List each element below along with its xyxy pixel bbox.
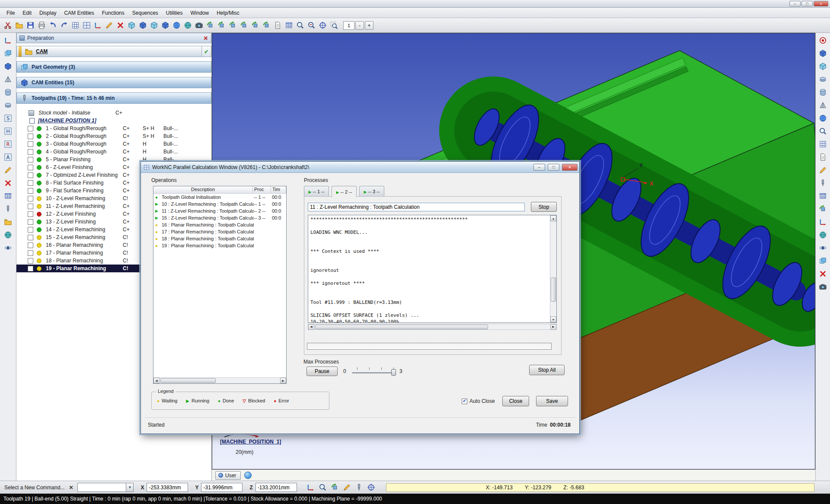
zoom-icon[interactable] xyxy=(295,20,305,31)
layers-icon[interactable] xyxy=(817,255,829,267)
cut-icon[interactable] xyxy=(3,20,13,31)
wcs-icon[interactable] xyxy=(2,35,14,46)
pyramid-icon[interactable] xyxy=(817,99,829,111)
snapshot-icon[interactable] xyxy=(194,20,204,31)
s-plane-icon[interactable] xyxy=(2,112,14,124)
operation-row[interactable]: 10 : Z-Level Remachining : Toolpath Calc… xyxy=(153,201,286,207)
toolpath-checkbox[interactable] xyxy=(28,204,33,209)
toolpath-checkbox[interactable] xyxy=(28,235,33,240)
toolpath-row[interactable]: 3 - Global Rough/Rerough C+ H Bull-... xyxy=(16,140,211,148)
menu-item[interactable]: Functions xyxy=(98,9,128,17)
toolpath-checkbox[interactable] xyxy=(28,196,33,201)
dialog-maximize-button[interactable]: □ xyxy=(548,164,559,171)
toolpath-row[interactable]: 2 - Global Rough/Rerough C+ S+ H Bull-..… xyxy=(16,132,211,140)
minimize-window-button[interactable]: – xyxy=(789,1,801,6)
zoom-dynamic-icon[interactable] xyxy=(227,20,238,31)
operations-hscrollbar[interactable]: ◀ ▶ xyxy=(153,377,286,383)
axes-icon[interactable] xyxy=(93,20,103,31)
toolpath-checkbox[interactable] xyxy=(28,149,33,155)
zoom-out-icon[interactable] xyxy=(306,20,316,31)
y-coord-field[interactable] xyxy=(201,483,243,492)
scroll-left-icon[interactable]: ◀ xyxy=(153,378,160,383)
render-icon[interactable] xyxy=(2,229,14,241)
maximize-window-button[interactable]: □ xyxy=(801,1,813,6)
list-icon[interactable] xyxy=(284,20,294,31)
simulate-icon[interactable] xyxy=(817,203,829,215)
tool-icon[interactable] xyxy=(817,177,829,189)
pan-view-icon[interactable] xyxy=(216,20,227,31)
z-coord-field[interactable] xyxy=(255,483,297,492)
visibility-icon[interactable] xyxy=(2,242,14,254)
save-icon[interactable] xyxy=(25,20,35,31)
toolpath-checkbox[interactable] xyxy=(28,250,33,256)
cylinder-icon[interactable] xyxy=(2,86,14,98)
parameters-icon[interactable] xyxy=(817,190,829,202)
measure-icon[interactable] xyxy=(342,482,352,493)
console-vscrollbar[interactable]: ▲ ▼ xyxy=(550,215,556,322)
command-input[interactable] xyxy=(77,483,126,492)
toolpath-checkbox[interactable] xyxy=(28,188,33,194)
process-tab-3[interactable]: -- 3 -- xyxy=(359,186,384,196)
edit-icon[interactable] xyxy=(2,164,14,176)
disc-icon[interactable] xyxy=(817,73,829,85)
redo-icon[interactable] xyxy=(59,20,69,31)
grid-icon[interactable] xyxy=(70,20,80,31)
stop-all-button[interactable]: Stop All xyxy=(529,365,565,375)
center-view-icon[interactable] xyxy=(317,20,328,31)
stock-model-row[interactable]: Stock model - Initialise C+ xyxy=(16,109,211,117)
scroll-up-icon[interactable]: ▲ xyxy=(550,215,556,221)
toolpath-checkbox[interactable] xyxy=(28,134,33,139)
cam-check-icon[interactable]: ✔ xyxy=(201,46,211,57)
slider-track[interactable] xyxy=(352,372,395,373)
cylinder-icon[interactable] xyxy=(817,86,829,98)
menu-item[interactable]: Help/Misc xyxy=(213,9,243,17)
operation-row[interactable]: 15 : Z-Level Remachining : Toolpath Calc… xyxy=(153,214,286,221)
menu-item[interactable]: Utilities xyxy=(162,9,187,17)
report-icon[interactable] xyxy=(272,20,283,31)
close-button[interactable]: Close xyxy=(502,396,529,406)
x-coord-field[interactable] xyxy=(147,483,188,492)
section-part-geometry[interactable]: Part Geometry (3) xyxy=(16,61,211,73)
shaded-view-icon[interactable] xyxy=(171,20,182,31)
section-cam-entities[interactable]: CAM Entities (15) xyxy=(16,77,211,88)
a-plane-icon[interactable] xyxy=(2,151,14,163)
scroll-thumb[interactable] xyxy=(160,378,216,383)
view-iso-icon[interactable] xyxy=(126,20,137,31)
menu-item[interactable]: File xyxy=(3,9,19,17)
snap-axis-icon[interactable] xyxy=(306,482,316,493)
annotate-icon[interactable] xyxy=(817,164,829,176)
process-tab-2[interactable]: -- 2 -- xyxy=(332,186,357,197)
view-front-icon[interactable] xyxy=(137,20,148,31)
clear-command-icon[interactable]: ✕ xyxy=(69,485,73,491)
toolpath-checkbox[interactable] xyxy=(28,227,33,233)
shading-icon[interactable] xyxy=(817,229,829,241)
scroll-thumb[interactable] xyxy=(315,325,488,329)
view-mode-icon[interactable] xyxy=(244,472,252,479)
viewport-layout-icon[interactable] xyxy=(81,20,92,31)
toolpath-checkbox[interactable] xyxy=(28,242,33,248)
rotate-view-icon[interactable] xyxy=(205,20,215,31)
pyramid-icon[interactable] xyxy=(2,73,14,85)
h-plane-icon[interactable] xyxy=(2,125,14,137)
erase-icon[interactable] xyxy=(2,177,14,189)
delete-icon[interactable] xyxy=(817,268,829,280)
wire-cube-icon[interactable] xyxy=(817,61,829,72)
panel-close-icon[interactable]: ✕ xyxy=(202,35,209,41)
slider-thumb[interactable] xyxy=(391,369,396,376)
toolpath-checkbox[interactable] xyxy=(28,157,33,163)
operation-row[interactable]: 19 : Planar Remachining : Toolpath Calcu… xyxy=(153,242,286,249)
menu-item[interactable]: CAM Entities xyxy=(60,9,98,17)
process-tab-1[interactable]: -- 1 -- xyxy=(304,186,329,196)
center-pick-icon[interactable] xyxy=(366,482,377,493)
view-filter-icon[interactable] xyxy=(817,242,829,254)
dialog-title-bar[interactable]: WorkNC Parallel Calculation Window (V826… xyxy=(141,162,579,173)
stock-icon[interactable] xyxy=(817,48,829,59)
zoom-window-icon[interactable] xyxy=(239,20,249,31)
toolpath-checkbox[interactable] xyxy=(28,266,33,271)
toolpath-checkbox[interactable] xyxy=(28,141,33,147)
dialog-minimize-button[interactable]: – xyxy=(533,164,545,171)
menu-item[interactable]: Display xyxy=(35,9,60,17)
target-icon[interactable] xyxy=(817,35,829,46)
close-window-button[interactable]: × xyxy=(814,1,828,6)
sphere-icon[interactable] xyxy=(817,112,829,124)
